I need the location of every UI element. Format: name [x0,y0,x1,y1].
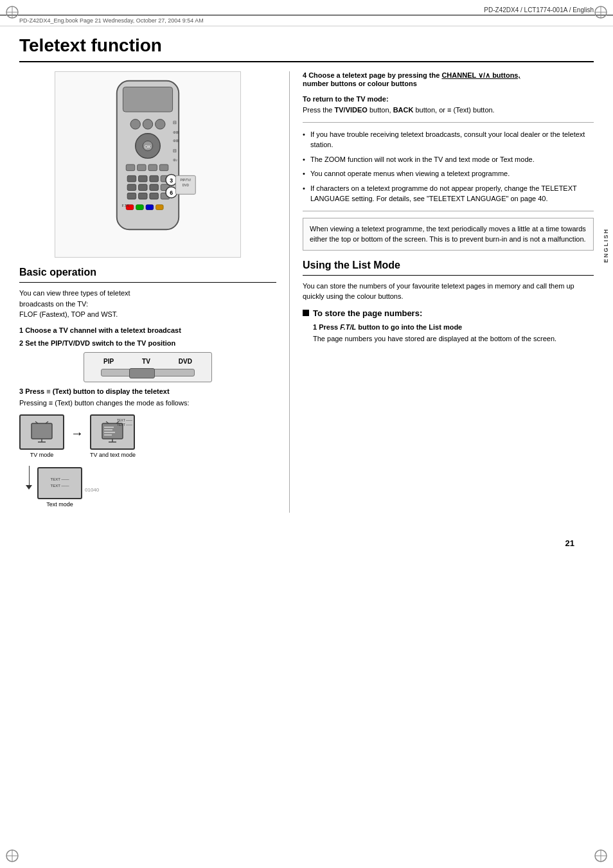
svg-rect-20 [126,164,135,171]
step-4-heading: 4 Choose a teletext page by pressing the… [303,71,594,87]
svg-rect-26 [150,175,159,182]
remote-control-image: OK [55,71,241,258]
basic-operation-rule [19,282,276,283]
note-text: When viewing a teletext programme, the t… [310,224,587,245]
svg-rect-23 [159,164,168,171]
svg-text:F.T/L: F.T/L [122,204,131,208]
divider-after-return [303,122,594,123]
bullet-item-1: If you have trouble receiving teletext b… [303,129,594,150]
corner-decoration-br [594,849,608,863]
list-mode-step-1-text: The page numbers you have stored are dis… [313,333,594,344]
header-model: PD-Z42DX4 / LCT1774-001A / English [484,6,594,13]
svg-rect-37 [136,205,144,210]
footer-area: 21 [19,526,594,561]
list-mode-intro: You can store the numbers of your favour… [303,281,594,302]
mode-diagram: TV mode → [19,414,276,458]
switch-dvd-label: DVD [179,358,192,365]
svg-text:DVD: DVD [182,184,190,187]
step-3: 3 Press ≡ (Text) button to display the t… [19,387,276,508]
step-1-heading: 1 Choose a TV channel with a teletext br… [19,326,276,334]
svg-rect-22 [148,164,157,171]
svg-rect-28 [127,184,136,191]
diagram-id: 01040 [85,487,99,493]
svg-point-14 [130,120,140,129]
list-mode-rule [303,275,594,276]
svg-rect-30 [150,184,159,191]
header-bar: PD-Z42DX4 / LCT1774-001A / English [0,0,613,15]
svg-text:OK: OK [145,145,151,149]
svg-rect-38 [146,205,154,210]
bullet-item-2: The ZOOM function will not work in the T… [303,154,594,165]
english-side-label: ENGLISH [603,228,609,263]
svg-rect-39 [156,205,164,210]
title-rule [19,61,594,62]
bullet-list: If you have trouble receiving teletext b… [303,129,594,204]
svg-rect-13 [123,87,172,112]
svg-text:3: 3 [170,177,173,184]
to-return-text: Press the TV/VIDEO button, BACK button, … [303,105,594,116]
svg-rect-32 [127,193,136,199]
svg-rect-29 [139,184,148,191]
svg-point-16 [155,120,165,129]
bullet-item-3: You cannot operate menus when viewing a … [303,168,594,179]
step-3-heading: 3 Press ≡ (Text) button to display the t… [19,387,276,395]
page-title: Teletext function [19,35,594,56]
remote-svg: OK [71,78,225,251]
svg-rect-25 [139,175,148,182]
svg-text:⊟: ⊟ [173,148,177,153]
svg-rect-24 [127,175,136,182]
svg-text:PIP/TV/: PIP/TV/ [181,179,191,182]
mode-arrow-1: → [71,426,84,441]
tv-icon [29,421,55,443]
list-mode-title: Using the List Mode [303,260,594,271]
step-3-text: Pressing ≡ (Text) button changes the mod… [19,398,276,409]
to-return-box: To return to the TV mode: Press the TV/V… [303,95,594,116]
svg-rect-21 [138,164,147,171]
step-2: 2 Set the PIP/TV/DVD switch to the TV po… [19,339,276,382]
svg-point-15 [143,120,152,129]
left-column: OK [19,71,289,513]
step-2-heading: 2 Set the PIP/TV/DVD switch to the TV po… [19,339,276,347]
corner-decoration-bl [5,849,19,863]
text-mode-box: TEXT ——TEXT —— Text mode [37,467,82,508]
svg-text:⊛⊠: ⊛⊠ [173,130,179,134]
bullet-square-icon [303,310,309,316]
corner-decoration-tr [594,5,608,19]
subheader-text: PD-Z42DX4_Eng.book Page 21 Wednesday, Oc… [19,17,204,24]
tv-text-mode-label: TV and text mode [90,452,136,458]
svg-text:6: 6 [170,190,173,196]
svg-rect-53 [31,423,52,439]
svg-text:⊟: ⊟ [173,120,177,125]
basic-operation-title: Basic operation [19,267,276,278]
basic-operation-intro: You can view three types of teletextbroa… [19,288,276,320]
switch-tv-label: TV [142,358,150,365]
svg-text:⊛♪: ⊛♪ [173,158,178,162]
list-mode-section: Using the List Mode You can store the nu… [303,260,594,344]
switch-pip-label: PIP [103,358,114,365]
svg-text:⊛⊠: ⊛⊠ [173,139,179,143]
bullet-item-4: If characters on a teletext programme do… [303,183,594,204]
right-column: ENGLISH 4 Choose a teletext page by pres… [289,71,594,513]
list-mode-step-1-heading: 1 Press F.T/L button to go into the List… [313,323,594,331]
tv-mode-box: TV mode [19,414,64,458]
to-store-title: To store the page numbers: [303,308,594,318]
divider-before-note [303,211,594,211]
note-box: When viewing a teletext programme, the t… [303,218,594,251]
list-mode-step-1: 1 Press F.T/L button to go into the List… [313,323,594,344]
tv-mode-label: TV mode [19,452,64,458]
svg-rect-34 [150,193,159,199]
svg-rect-33 [139,193,148,199]
basic-operation-section: Basic operation You can view three types… [19,267,276,508]
text-mode-label: Text mode [37,501,82,508]
to-return-title: To return to the TV mode: [303,95,594,103]
step-1: 1 Choose a TV channel with a teletext br… [19,326,276,334]
tv-text-mode-box: TEXT ——TEXT —— TV and text mode [90,414,136,458]
subheader-bar: PD-Z42DX4_Eng.book Page 21 Wednesday, Oc… [0,15,613,26]
step-4: 4 Choose a teletext page by pressing the… [303,71,594,87]
text-mode-row: TEXT ——TEXT —— Text mode 01040 [26,465,276,508]
page-number: 21 [565,538,574,548]
corner-decoration-tl [5,5,19,19]
